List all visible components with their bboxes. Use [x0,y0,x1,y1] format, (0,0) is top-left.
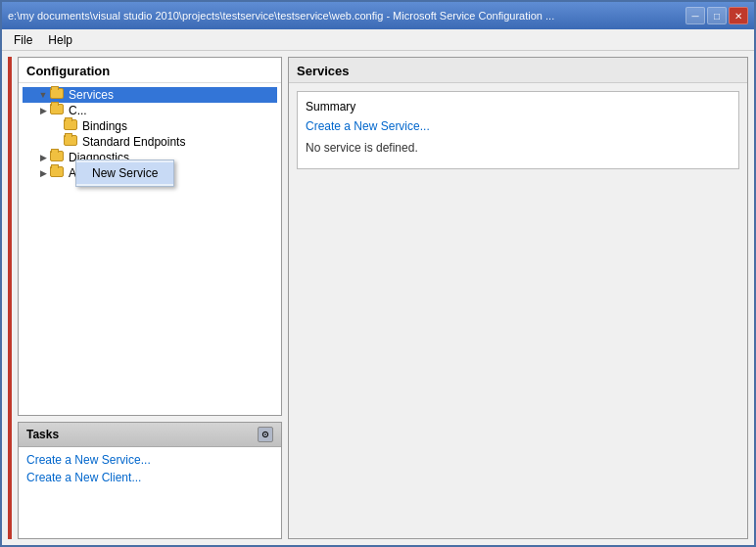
context-menu: New Service [75,160,174,187]
context-menu-new-service[interactable]: New Service [76,162,173,184]
tree-item-client[interactable]: ▶ C... [23,103,277,118]
tasks-content: Create a New Service... Create a New Cli… [19,447,281,538]
folder-icon-standard-endpoints [64,135,79,149]
tree-expander-services[interactable]: ▼ [36,88,50,102]
create-service-link[interactable]: Create a New Service... [306,119,731,133]
folder-icon-bindings [64,119,79,133]
folder-icon-services [50,88,66,102]
folder-icon-advanced [50,166,66,180]
right-panel: Services Summary Create a New Service...… [288,57,748,539]
tasks-panel: Tasks ⊙ Create a New Service... Create a… [18,422,282,539]
task-create-client-link[interactable]: Create a New Client... [26,471,273,484]
no-service-text: No service is defined. [306,141,418,155]
config-panel: Configuration ▼ Services ▶ C... [18,57,282,416]
menu-help[interactable]: Help [40,31,80,49]
tree-label-standard-endpoints: Standard Endpoints [82,135,185,149]
menu-bar: File Help [2,29,754,51]
maximize-button[interactable]: □ [707,7,727,24]
tree-expander-standard-endpoints [50,135,64,149]
tree-label-services: Services [69,88,114,102]
title-bar: e:\my documents\visual studio 2010\proje… [2,2,754,29]
left-panel: Configuration ▼ Services ▶ C... [18,57,282,539]
title-bar-buttons: ─ □ ✕ [685,7,748,24]
tree-item-standard-endpoints[interactable]: Standard Endpoints [23,134,277,150]
tree-area[interactable]: ▼ Services ▶ C... Bindings [19,83,281,415]
tree-label-client: C... [69,104,87,117]
main-window: e:\my documents\visual studio 2010\proje… [0,0,756,547]
summary-title: Summary [306,100,731,114]
menu-file[interactable]: File [6,31,40,49]
tree-expander-bindings [50,119,64,133]
left-accent [8,57,12,539]
folder-icon-client [50,104,66,117]
close-button[interactable]: ✕ [729,7,748,24]
services-header: Services [289,58,747,83]
config-header: Configuration [19,58,281,83]
title-bar-text: e:\my documents\visual studio 2010\proje… [8,10,554,22]
tree-item-bindings[interactable]: Bindings [23,118,277,134]
tree-expander-advanced[interactable]: ▶ [36,166,50,180]
tree-item-services[interactable]: ▼ Services [23,87,277,103]
folder-icon-diagnostics [50,151,66,164]
task-create-service-link[interactable]: Create a New Service... [26,453,273,467]
tasks-header-label: Tasks [26,428,59,441]
tree-expander-client[interactable]: ▶ [36,104,50,117]
main-content: Configuration ▼ Services ▶ C... [2,51,754,545]
tree-expander-diagnostics[interactable]: ▶ [36,151,50,164]
tasks-collapse-button[interactable]: ⊙ [258,427,273,442]
summary-box: Summary Create a New Service... No servi… [297,91,739,169]
minimize-button[interactable]: ─ [685,7,705,24]
services-content: Summary Create a New Service... No servi… [289,83,747,538]
tree-label-bindings: Bindings [82,119,127,133]
tasks-header: Tasks ⊙ [19,423,281,447]
